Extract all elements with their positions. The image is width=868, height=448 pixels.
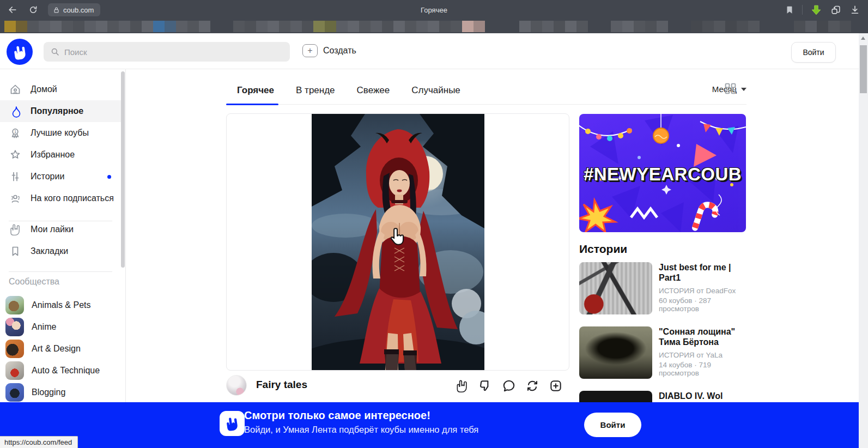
bookmark-favicon[interactable] xyxy=(428,21,439,32)
tab-в тренде[interactable]: В тренде xyxy=(296,85,335,96)
story-title[interactable]: Just best for me | Part1 xyxy=(659,262,746,283)
bookmark-favicon[interactable] xyxy=(565,21,576,32)
bookmark-favicon[interactable] xyxy=(130,21,142,32)
extension-icon[interactable] xyxy=(830,4,842,16)
tab-случайные[interactable]: Случайные xyxy=(411,85,460,96)
bookmark-favicon[interactable] xyxy=(725,21,737,32)
bookmark-favicon[interactable] xyxy=(622,21,634,32)
bookmark-favicon[interactable] xyxy=(153,21,165,32)
downloads-icon[interactable] xyxy=(849,4,860,15)
bookmark-favicon[interactable] xyxy=(840,21,851,32)
bookmark-favicon[interactable] xyxy=(119,21,130,32)
bookmark-favicon[interactable] xyxy=(634,21,645,32)
bookmark-favicon[interactable] xyxy=(691,21,702,32)
header-login-button[interactable]: Войти xyxy=(791,42,836,63)
post-video-preview[interactable] xyxy=(312,114,484,370)
story-title[interactable]: "Сонная лощина" Тима Бёртона xyxy=(659,326,746,347)
sidebar-scrollbar[interactable] xyxy=(121,71,125,268)
bookmark-favicon[interactable] xyxy=(165,21,176,32)
bookmark-favicon[interactable] xyxy=(4,21,16,32)
story-thumbnail[interactable] xyxy=(579,326,652,379)
bookmark-favicon[interactable] xyxy=(554,21,565,32)
page-scrollbar[interactable] xyxy=(859,33,868,448)
bookmark-favicon[interactable] xyxy=(84,21,96,32)
bookmark-favicon[interactable] xyxy=(576,21,588,32)
bookmark-favicon[interactable] xyxy=(50,21,62,32)
sidebar-item-истории[interactable]: Истории xyxy=(0,166,121,187)
address-bar[interactable]: coub.com xyxy=(48,3,100,16)
bookmark-favicon[interactable] xyxy=(107,21,119,32)
tab-горячее[interactable]: Горячее xyxy=(237,85,274,96)
dislike-button[interactable] xyxy=(478,379,493,393)
reload-icon[interactable] xyxy=(25,2,41,18)
community-item-anime[interactable]: Anime xyxy=(0,316,121,338)
sidebar-item-на-кого-подписаться[interactable]: На кого подписаться xyxy=(0,187,121,209)
bookmark-favicon[interactable] xyxy=(439,21,451,32)
bookmark-favicon[interactable] xyxy=(16,21,27,32)
bookmark-favicon[interactable] xyxy=(405,21,416,32)
like-button[interactable] xyxy=(455,379,469,393)
community-item-art-design[interactable]: Art & Design xyxy=(0,338,121,360)
add-to-button[interactable] xyxy=(549,379,563,393)
sidebar-item-избранное[interactable]: Избранное xyxy=(0,144,121,166)
bookmark-favicon[interactable] xyxy=(416,21,428,32)
bookmark-favicon[interactable] xyxy=(142,21,153,32)
story-thumbnail[interactable] xyxy=(579,262,652,314)
bookmark-favicon[interactable] xyxy=(73,21,84,32)
sidebar-item-популярное[interactable]: Популярное xyxy=(0,100,121,122)
bookmark-favicon[interactable] xyxy=(657,21,668,32)
bookmark-favicon[interactable] xyxy=(737,21,748,32)
bookmark-favicon[interactable] xyxy=(748,21,760,32)
community-item-animals-pets[interactable]: Animals & Pets xyxy=(0,294,121,316)
bookmark-favicon[interactable] xyxy=(27,21,39,32)
bookmark-favicon[interactable] xyxy=(611,21,622,32)
bookmark-favicon[interactable] xyxy=(336,21,348,32)
bookmark-favicon[interactable] xyxy=(348,21,359,32)
tab-свежее[interactable]: Свежее xyxy=(357,85,390,96)
bookmark-favicon[interactable] xyxy=(39,21,50,32)
bookmark-favicon[interactable] xyxy=(645,21,657,32)
bookmark-favicon[interactable] xyxy=(371,21,382,32)
bookmark-favicon[interactable] xyxy=(794,21,805,32)
bookmark-favicon[interactable] xyxy=(828,21,840,32)
bookmark-favicon[interactable] xyxy=(256,21,268,32)
bookmark-favicon[interactable] xyxy=(279,21,290,32)
bookmark-favicon[interactable] xyxy=(325,21,336,32)
bookmark-favicon[interactable] xyxy=(474,21,485,32)
bookmark-favicon[interactable] xyxy=(302,21,313,32)
bookmark-favicon[interactable] xyxy=(245,21,256,32)
sidebar-item-домой[interactable]: Домой xyxy=(0,78,121,100)
bookmark-favicon[interactable] xyxy=(382,21,393,32)
comments-button[interactable] xyxy=(502,379,516,393)
back-icon[interactable] xyxy=(4,2,21,18)
bookmark-star-icon[interactable] xyxy=(785,5,794,15)
bookmark-favicon[interactable] xyxy=(62,21,73,32)
scroll-up-arrow[interactable] xyxy=(861,37,865,40)
bookmark-favicon[interactable] xyxy=(96,21,107,32)
author-avatar[interactable] xyxy=(226,375,247,396)
coub-logo[interactable] xyxy=(7,39,33,65)
bookmark-favicon[interactable] xyxy=(393,21,405,32)
bookmark-favicon[interactable] xyxy=(451,21,462,32)
bookmark-favicon[interactable] xyxy=(199,21,210,32)
bookmark-favicon[interactable] xyxy=(817,21,828,32)
scrollbar-thumb[interactable] xyxy=(860,45,867,93)
bookmark-favicon[interactable] xyxy=(187,21,199,32)
story-item[interactable]: "Сонная лощина" Тима БёртонаИСТОРИЯ от Y… xyxy=(579,326,746,379)
bookmark-favicon[interactable] xyxy=(462,21,474,32)
community-item-auto-technique[interactable]: Auto & Technique xyxy=(0,360,121,382)
bookmark-favicon[interactable] xyxy=(714,21,725,32)
promo-login-button[interactable]: Войти xyxy=(584,413,641,437)
search-input[interactable]: Поиск xyxy=(44,42,290,62)
bookmark-favicon[interactable] xyxy=(268,21,279,32)
newyearcoub-banner[interactable]: #NEWYEARCOUB xyxy=(579,114,746,232)
sidebar-item-закладки[interactable]: Закладки xyxy=(0,240,121,262)
bookmark-favicon[interactable] xyxy=(519,21,531,32)
grid-view-icon[interactable] xyxy=(725,83,737,95)
savefrom-extension-icon[interactable] xyxy=(810,4,822,16)
bookmark-favicon[interactable] xyxy=(359,21,371,32)
sidebar-item-лучшие-коубы[interactable]: 1Лучшие коубы xyxy=(0,122,121,144)
bookmark-favicon[interactable] xyxy=(805,21,817,32)
create-button[interactable]: + Создать xyxy=(302,44,356,57)
bookmark-favicon[interactable] xyxy=(313,21,325,32)
